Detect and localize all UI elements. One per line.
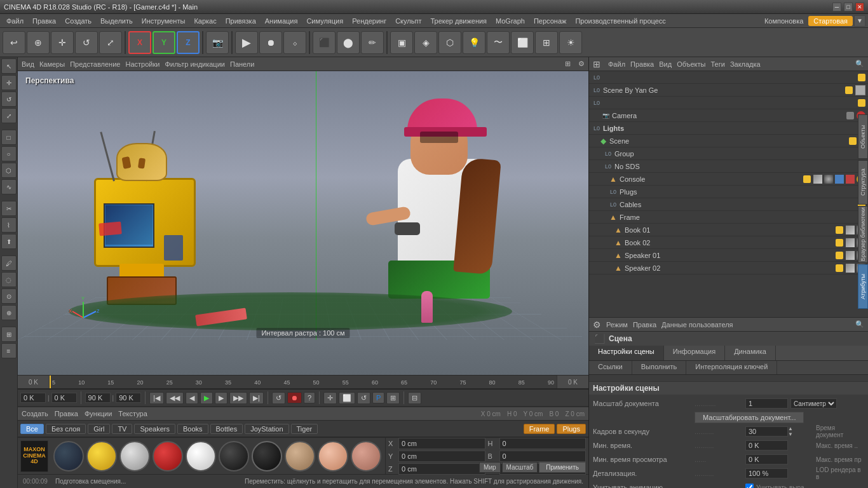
obj-row-book01[interactable]: ▲ Book 01 [589,224,868,236]
toolbar-select-live[interactable]: ⊕ [27,31,50,54]
obj-row-speaker01[interactable]: ▲ Speaker 01 [589,249,868,262]
toolbar-scale[interactable]: ⤢ [99,31,122,54]
mat-menu-edit[interactable]: Правка [55,410,78,417]
menu-tools[interactable]: Инструменты [138,16,189,26]
tool-circle[interactable]: ○ [1,146,17,161]
filter-books[interactable]: Books [177,424,208,434]
transport-help[interactable]: ? [304,392,315,403]
side-tab-objects[interactable]: Объекты [858,114,868,159]
transport-play[interactable]: ▶ [200,392,213,404]
sub-tab-execute[interactable]: Выполнить [632,361,686,374]
side-tab-attributes[interactable]: Атрибуты [858,264,868,309]
toolbar-shapes[interactable]: ◈ [414,31,437,54]
toolbar-y-axis[interactable]: Y [153,31,175,54]
viewport-expand[interactable]: ⊞ [565,60,571,68]
transport-end-frame2[interactable] [116,393,141,403]
sub-tab-links[interactable]: Ссылки [589,361,632,374]
coord-apply-button[interactable]: Применить [539,462,586,473]
obj-row-frame[interactable]: ▲ Frame [589,211,868,224]
obj-row-scene[interactable]: ◆ Scene ✓ [589,135,868,147]
menu-create[interactable]: Создать [61,16,95,26]
transport-end-frame[interactable] [85,393,111,403]
menu-layout[interactable]: Компоновка [761,16,807,26]
tool-extrude[interactable]: ⬆ [1,234,17,249]
obj-row-empty[interactable]: L0 [589,97,868,109]
toolbar-undo[interactable]: ↩ [3,31,25,54]
material-tan[interactable] [285,441,315,471]
menu-tracker[interactable]: Трекер движения [426,16,491,26]
filter-tiger[interactable]: Tiger [291,424,318,434]
timeline-ruler[interactable]: 0 K 5 10 15 20 25 30 35 [18,375,588,389]
toolbar-x-axis[interactable]: X [128,31,151,54]
timeline-playhead[interactable] [50,376,51,388]
tool-rotate2[interactable]: ↺ [1,92,17,107]
filter-no-layer[interactable]: Без слоя [46,424,86,434]
props-menu-mode[interactable]: Режим [606,321,628,329]
menu-simulate[interactable]: Симуляция [302,16,347,26]
transport-current-time[interactable] [20,393,46,403]
toolbar-z-axis[interactable]: Z [177,31,200,54]
obj-menu-tags[interactable]: Теги [711,60,725,68]
material-yellow[interactable] [86,441,117,471]
props-menu-edit[interactable]: Правка [633,321,656,329]
tool-smooth[interactable]: ◌ [1,272,17,287]
transport-prev-key[interactable]: ◀◀ [166,392,184,404]
window-controls[interactable]: ─ □ ✕ [832,3,864,11]
material-white[interactable] [186,441,216,471]
tab-dynamics[interactable]: Динамика [725,346,776,360]
obj-menu-file[interactable]: Файл [608,60,625,68]
props-minpreview-value[interactable] [745,454,788,464]
mat-menu-texture[interactable]: Текстура [118,410,147,417]
transport-auto-record[interactable]: ⏺ [287,392,302,403]
toolbar-light[interactable]: 💡 [463,31,485,54]
obj-row[interactable]: L0 [589,71,868,84]
obj-row-camera[interactable]: 📷 Camera [589,109,868,122]
material-dark-blue[interactable] [53,441,84,471]
props-fps-stepper[interactable]: ▲ ▼ [788,426,813,437]
filter-all[interactable]: Все [20,424,44,434]
timeline-track[interactable]: 5 10 15 20 25 30 35 40 45 50 55 [50,376,557,388]
filter-frame[interactable]: Frame [524,424,555,434]
tool-knife[interactable]: ✂ [1,201,17,216]
filter-joystation[interactable]: JoyStation [245,424,288,434]
material-skin[interactable] [318,441,348,471]
sub-tab-interpolation[interactable]: Интерполяция ключей [686,361,777,374]
toolbar-play[interactable]: ▶ [235,31,258,54]
transport-next-key[interactable]: ▶▶ [229,392,247,404]
viewport-menu-settings[interactable]: Настройки [125,60,159,68]
tool-move2[interactable]: ✛ [1,75,17,90]
menu-startup[interactable]: Стартовая [808,16,853,26]
obj-menu-objects[interactable]: Объекты [677,60,705,68]
viewport-menu-display[interactable]: Представление [70,60,120,68]
coord-b[interactable]: 0 [499,451,587,462]
toolbar-rotate[interactable]: ↺ [75,31,98,54]
tool-select[interactable]: ↖ [1,58,17,74]
toolbar-display[interactable]: ⬜ [511,31,534,54]
menu-snap[interactable]: Привязка [222,16,260,26]
props-unit-select[interactable]: Сантиметр [790,398,837,409]
tool-magnet[interactable]: ⊙ [1,288,17,304]
coord-scale-button[interactable]: Масштаб [502,462,538,473]
side-tab-browser[interactable]: Браузер библиотеки [858,206,868,263]
coord-h[interactable]: 0 [499,438,587,449]
fps-up[interactable]: ▲ [788,426,813,431]
toolbar-extras[interactable]: ⊞ [535,31,558,54]
transport-step-back[interactable]: ◀ [186,392,198,404]
obj-row-lights[interactable]: L0 Lights [589,122,868,135]
toolbar-sphere[interactable]: ⬤ [337,31,360,54]
tool-stamp[interactable]: ⊕ [1,305,17,320]
transport-rotate-tool2[interactable]: ↺ [357,392,370,404]
props-lod-value[interactable] [745,468,788,478]
toolbar-curve[interactable]: 〜 [487,31,510,54]
menu-character[interactable]: Персонаж [530,16,570,26]
toolbar-keyframe[interactable]: ⬦ [283,31,306,54]
material-silver[interactable] [119,441,150,471]
viewport-3d[interactable]: Перспектива [18,71,588,375]
obj-menu-bookmarks[interactable]: Закладка [730,60,761,68]
menu-render[interactable]: Рендеринг [348,16,390,26]
coord-world-button[interactable]: Мир [479,462,500,473]
toolbar-box2[interactable]: ▣ [390,31,413,54]
filter-speakers[interactable]: Speakers [134,424,175,434]
close-button[interactable]: ✕ [855,3,864,11]
filter-tv[interactable]: TV [112,424,132,434]
